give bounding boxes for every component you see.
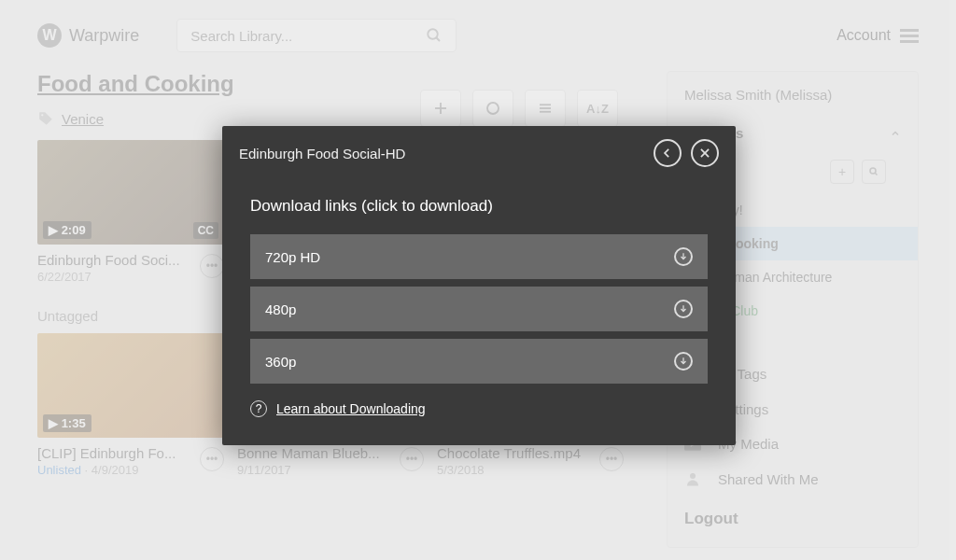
close-button[interactable] [691,139,719,167]
download-option-720p[interactable]: 720p HD [250,234,708,279]
learn-row: ? Learn about Downloading [250,400,708,417]
download-option-480p[interactable]: 480p [250,287,708,331]
close-icon [698,147,711,160]
arrow-left-icon [661,147,674,160]
modal-title: Edinburgh Food Social-HD [239,146,644,161]
download-icon [674,352,693,371]
back-button[interactable] [654,139,682,167]
download-icon [674,247,693,266]
modal-subtitle: Download links (click to download) [250,197,708,216]
help-icon: ? [250,400,267,417]
download-icon [674,300,693,318]
learn-link[interactable]: Learn about Downloading [276,401,426,416]
download-option-360p[interactable]: 360p [250,339,708,384]
download-modal: Edinburgh Food Social-HD Download links … [222,126,736,445]
